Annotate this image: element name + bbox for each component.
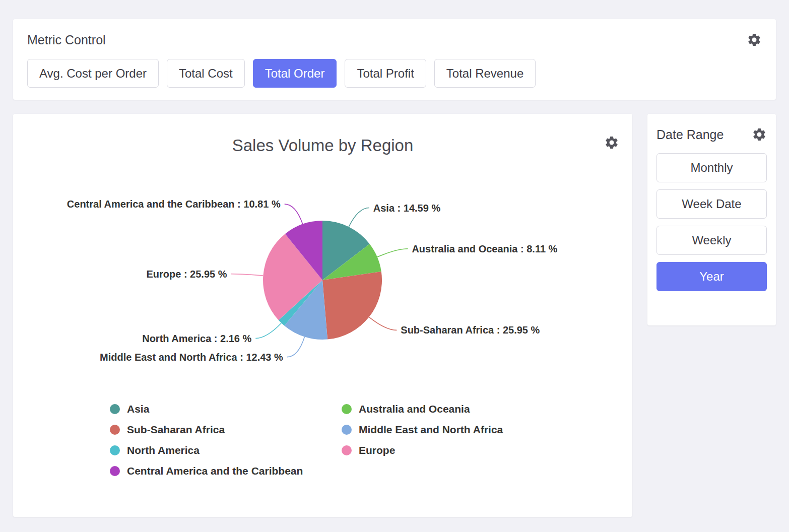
- metric-buttons: Avg. Cost per OrderTotal CostTotal Order…: [21, 59, 762, 88]
- dashboard-page: Metric Control Avg. Cost per OrderTotal …: [0, 0, 789, 532]
- pie-slice-sub-saharan-africa[interactable]: [322, 272, 382, 340]
- pie-label-australia-and-oceania: Australia and Oceania : 8.11 %: [412, 243, 557, 254]
- legend-item-middle-east-and-north-africa[interactable]: Middle East and North Africa: [342, 424, 573, 436]
- date-range-settings-gear-icon[interactable]: [752, 127, 767, 142]
- legend-item-north-america[interactable]: North America: [110, 444, 342, 456]
- pie-label-line-asia: [349, 208, 369, 227]
- date-range-title: Date Range: [656, 127, 724, 142]
- chart-title: Sales Volume by Region: [13, 136, 632, 155]
- date-button-weekly[interactable]: Weekly: [656, 226, 767, 255]
- pie-label-line-north-america: [255, 323, 281, 338]
- chart-legend: AsiaAustralia and OceaniaSub-Saharan Afr…: [110, 403, 632, 477]
- legend-item-sub-saharan-africa[interactable]: Sub-Saharan Africa: [110, 424, 342, 436]
- pie-label-line-australia-and-oceania: [377, 249, 408, 257]
- legend-label: Central America and the Caribbean: [127, 465, 303, 477]
- pie-label-line-europe: [231, 274, 264, 276]
- date-button-year[interactable]: Year: [656, 262, 767, 291]
- legend-label: Sub-Saharan Africa: [127, 424, 225, 436]
- legend-item-asia[interactable]: Asia: [110, 403, 342, 415]
- legend-dot-icon: [110, 404, 120, 414]
- pie-label-line-middle-east-and-north-africa: [287, 337, 305, 357]
- metric-button-total-revenue[interactable]: Total Revenue: [434, 59, 536, 88]
- main-row: Sales Volume by Region Asia : 14.59 %Aus…: [13, 114, 776, 517]
- pie-label-europe: Europe : 25.95 %: [146, 269, 227, 280]
- legend-label: Australia and Oceania: [359, 403, 470, 415]
- chart-card: Sales Volume by Region Asia : 14.59 %Aus…: [13, 114, 632, 517]
- date-range-header: Date Range: [656, 127, 767, 142]
- legend-label: Middle East and North Africa: [359, 424, 503, 436]
- date-button-monthly[interactable]: Monthly: [656, 153, 767, 182]
- date-button-week-date[interactable]: Week Date: [656, 189, 767, 219]
- pie-label-asia: Asia : 14.59 %: [373, 203, 441, 214]
- metric-button-total-profit[interactable]: Total Profit: [345, 59, 426, 88]
- metric-button-avg-cost-per-order[interactable]: Avg. Cost per Order: [27, 59, 159, 88]
- legend-dot-icon: [110, 425, 120, 435]
- chart-settings-gear-icon[interactable]: [604, 135, 619, 150]
- legend-dot-icon: [342, 445, 352, 455]
- pie-label-line-central-america-and-the-caribbean: [285, 204, 303, 224]
- pie-label-north-america: North America : 2.16 %: [142, 333, 251, 344]
- metric-control-card: Metric Control Avg. Cost per OrderTotal …: [13, 19, 776, 100]
- legend-label: Europe: [359, 444, 395, 456]
- pie-label-sub-saharan-africa: Sub-Saharan Africa : 25.95 %: [401, 324, 540, 336]
- legend-label: Asia: [127, 403, 149, 415]
- pie-label-central-america-and-the-caribbean: Central America and the Caribbean : 10.8…: [67, 198, 281, 210]
- metric-button-total-cost[interactable]: Total Cost: [167, 59, 245, 88]
- legend-dot-icon: [342, 404, 352, 414]
- metric-control-header: Metric Control: [21, 32, 762, 47]
- pie-chart-svg: Asia : 14.59 %Australia and Oceania : 8.…: [13, 164, 632, 401]
- legend-dot-icon: [110, 445, 120, 455]
- legend-item-australia-and-oceania[interactable]: Australia and Oceania: [342, 403, 573, 415]
- date-range-buttons: MonthlyWeek DateWeeklyYear: [656, 153, 767, 291]
- metric-settings-gear-icon[interactable]: [747, 32, 762, 47]
- metric-button-total-order[interactable]: Total Order: [253, 59, 337, 88]
- metric-control-title: Metric Control: [27, 33, 106, 47]
- legend-dot-icon: [342, 425, 352, 435]
- legend-dot-icon: [110, 466, 120, 476]
- legend-item-europe[interactable]: Europe: [342, 444, 573, 456]
- legend-item-central-america-and-the-caribbean[interactable]: Central America and the Caribbean: [110, 465, 342, 477]
- pie-label-line-sub-saharan-africa: [369, 317, 397, 330]
- pie-label-middle-east-and-north-africa: Middle East and North Africa : 12.43 %: [100, 352, 283, 363]
- date-range-card: Date Range MonthlyWeek DateWeeklyYear: [647, 114, 776, 325]
- legend-label: North America: [127, 444, 200, 456]
